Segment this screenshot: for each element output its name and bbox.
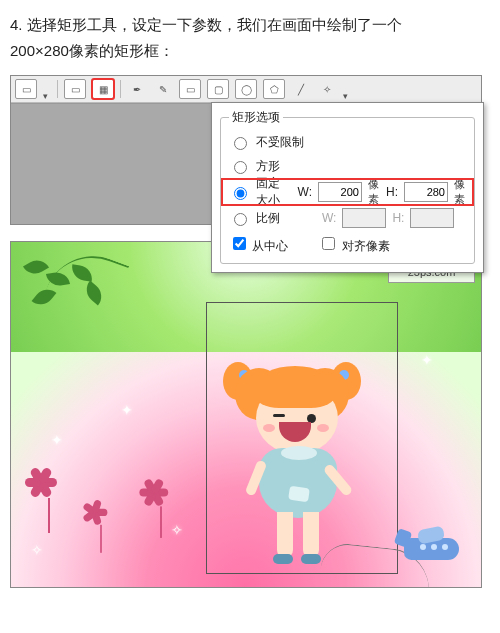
rectangle-options-fieldset: 矩形选项 不受限制 方形 固定大小 W: 像素 H: 像素 bbox=[220, 109, 475, 264]
label-proportional: 比例 bbox=[256, 210, 280, 227]
shape-options-dropdown-icon[interactable] bbox=[343, 85, 351, 93]
step-line1: 4. 选择矩形工具，设定一下参数，我们在画面中绘制了一个 bbox=[10, 16, 402, 33]
line-tool-icon[interactable]: ╱ bbox=[291, 80, 311, 98]
ratio-w-input bbox=[342, 208, 386, 228]
from-center-option[interactable]: 从中心 bbox=[229, 234, 288, 255]
step-line2: 200×280像素的矩形框： bbox=[10, 42, 174, 59]
freeform-pen-icon[interactable]: ✎ bbox=[153, 80, 173, 98]
w-input[interactable] bbox=[318, 182, 362, 202]
toy-airplane bbox=[396, 522, 471, 572]
custom-shape-tool-icon[interactable]: ✧ bbox=[317, 80, 337, 98]
h-unit: 像素 bbox=[454, 177, 466, 207]
sparkle-icon: ✦ bbox=[121, 402, 133, 418]
dropdown-icon[interactable] bbox=[43, 85, 51, 93]
fill-pixels-mode-icon[interactable]: ▦ bbox=[92, 79, 114, 99]
popup-legend: 矩形选项 bbox=[229, 109, 283, 126]
pen-tool-icon[interactable]: ✒ bbox=[127, 80, 147, 98]
shape-layer-mode-icon[interactable]: ▭ bbox=[15, 79, 37, 99]
w-unit: 像素 bbox=[368, 177, 380, 207]
options-bar-screenshot: ▭ ▭ ▦ ✒ ✎ ▭ ▢ ◯ ⬠ ╱ ✧ 矩形选项 不受限制 方形 固定大小 bbox=[10, 75, 482, 225]
checkbox-row: 从中心 对齐像素 bbox=[229, 230, 466, 255]
h-input[interactable] bbox=[404, 182, 448, 202]
flower-decoration bbox=[85, 496, 117, 528]
option-unconstrained[interactable]: 不受限制 bbox=[229, 130, 466, 154]
options-toolbar: ▭ ▭ ▦ ✒ ✎ ▭ ▢ ◯ ⬠ ╱ ✧ bbox=[11, 76, 481, 103]
ellipse-tool-icon[interactable]: ◯ bbox=[235, 79, 257, 99]
radio-square[interactable] bbox=[234, 161, 247, 174]
rectangle-options-popup: 矩形选项 不受限制 方形 固定大小 W: 像素 H: 像素 bbox=[211, 102, 484, 273]
snap-pixels-option[interactable]: 对齐像素 bbox=[318, 234, 389, 255]
rectangle-tool-icon[interactable]: ▭ bbox=[179, 79, 201, 99]
sparkle-icon: ✦ bbox=[421, 352, 433, 368]
label-fixed-size: 固定大小 bbox=[256, 175, 282, 209]
canvas-result-screenshot: ✦ ✦ ✧ ✧ ✦ 图片处理教程网 23ps.com bbox=[10, 241, 482, 588]
path-mode-icon[interactable]: ▭ bbox=[64, 79, 86, 99]
sparkle-icon: ✦ bbox=[51, 432, 63, 448]
rounded-rect-tool-icon[interactable]: ▢ bbox=[207, 79, 229, 99]
ratio-h-label: H: bbox=[392, 211, 404, 225]
label-square: 方形 bbox=[256, 158, 280, 175]
h-label: H: bbox=[386, 185, 398, 199]
leaves-decoration bbox=[19, 252, 129, 332]
option-proportional[interactable]: 比例 W: H: bbox=[229, 206, 466, 230]
checkbox-snap-pixels[interactable] bbox=[322, 237, 335, 250]
label-unconstrained: 不受限制 bbox=[256, 134, 304, 151]
polygon-tool-icon[interactable]: ⬠ bbox=[263, 79, 285, 99]
option-fixed-size[interactable]: 固定大小 W: 像素 H: 像素 bbox=[223, 180, 472, 204]
flower-decoration bbox=[143, 474, 179, 510]
ratio-h-input bbox=[410, 208, 454, 228]
flower-decoration bbox=[29, 462, 69, 502]
ratio-w-label: W: bbox=[322, 211, 336, 225]
checkbox-from-center[interactable] bbox=[233, 237, 246, 250]
sparkle-icon: ✧ bbox=[171, 522, 183, 538]
sparkle-icon: ✧ bbox=[31, 542, 43, 558]
radio-unconstrained[interactable] bbox=[234, 137, 247, 150]
step-text: 4. 选择矩形工具，设定一下参数，我们在画面中绘制了一个 200×280像素的矩… bbox=[10, 12, 490, 63]
radio-fixed-size[interactable] bbox=[234, 187, 247, 200]
radio-proportional[interactable] bbox=[234, 213, 247, 226]
w-label: W: bbox=[298, 185, 312, 199]
